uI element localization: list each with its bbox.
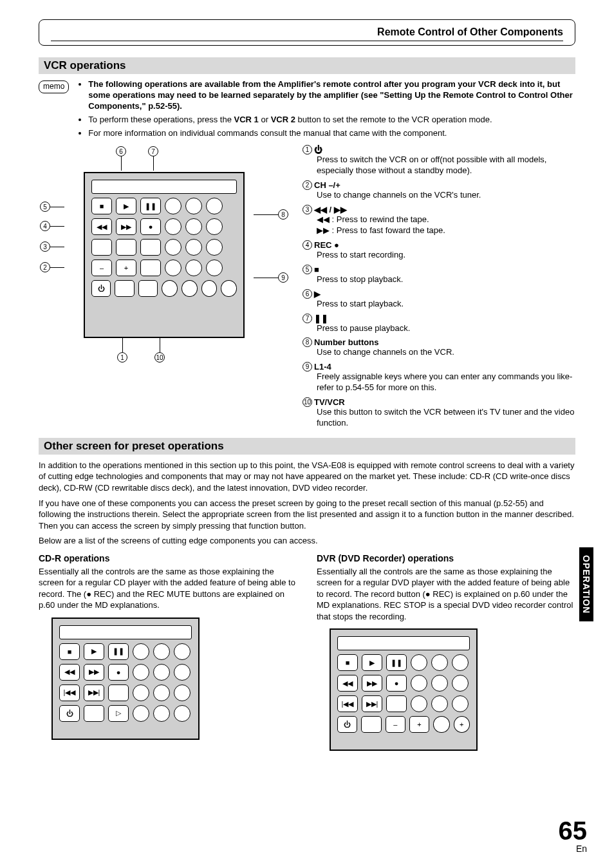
- round-button[interactable]: [452, 675, 469, 692]
- stop-button[interactable]: ■: [337, 654, 358, 671]
- next-track-button[interactable]: ▶▶|: [84, 684, 104, 701]
- round-button[interactable]: [452, 695, 469, 712]
- round-button[interactable]: [174, 643, 191, 660]
- callout-num: 5: [302, 265, 312, 274]
- callout-desc: Press to stop playback.: [317, 274, 575, 285]
- fast-forward-button[interactable]: ▶▶: [362, 675, 382, 692]
- callout-num: 4: [302, 240, 312, 250]
- callout-label: TV/VCR: [314, 397, 345, 407]
- plus-button[interactable]: +: [409, 716, 429, 733]
- round-button[interactable]: [133, 643, 149, 660]
- callout-label: ▶: [314, 289, 321, 299]
- round-button[interactable]: [174, 684, 191, 701]
- number-button[interactable]: [185, 198, 202, 214]
- l-button[interactable]: [162, 280, 178, 297]
- round-button[interactable]: [153, 664, 170, 681]
- play-button[interactable]: ▶: [362, 654, 382, 671]
- fast-forward-button[interactable]: ▶▶: [84, 664, 104, 681]
- round-button[interactable]: [411, 675, 427, 692]
- blank-button[interactable]: [84, 705, 104, 722]
- ch-plus-button[interactable]: +: [116, 259, 136, 276]
- callout-6: 6: [116, 146, 126, 156]
- number-button[interactable]: [165, 239, 181, 256]
- page-header-box: Remote Control of Other Components: [39, 19, 575, 46]
- round-button[interactable]: [133, 684, 149, 701]
- number-button[interactable]: [165, 259, 181, 276]
- pause-button[interactable]: ❚❚: [386, 654, 407, 671]
- number-button[interactable]: [206, 198, 223, 214]
- plus-round-button[interactable]: +: [454, 716, 470, 733]
- remote-display: [59, 625, 192, 639]
- right-arrow-button[interactable]: ▷: [108, 705, 129, 722]
- callout-desc: Press to pause playback.: [317, 323, 575, 334]
- l-button[interactable]: [201, 280, 218, 297]
- pause-button[interactable]: ❚❚: [108, 643, 129, 660]
- round-button[interactable]: [174, 705, 191, 722]
- number-button[interactable]: [165, 218, 181, 235]
- round-button[interactable]: [431, 675, 448, 692]
- round-button[interactable]: [133, 705, 149, 722]
- page-number-big: 65: [559, 818, 588, 844]
- record-button[interactable]: ●: [386, 675, 407, 692]
- record-button[interactable]: ●: [140, 218, 161, 235]
- blank-button[interactable]: [91, 239, 112, 256]
- bullet-item: The following operations are available f…: [88, 79, 575, 112]
- rewind-button[interactable]: ◀◀: [337, 675, 358, 692]
- play-button[interactable]: ▶: [116, 198, 136, 214]
- stop-button[interactable]: ■: [91, 198, 112, 214]
- round-button[interactable]: [153, 643, 170, 660]
- power-button[interactable]: ⏻: [337, 716, 357, 733]
- stop-button[interactable]: ■: [59, 643, 80, 660]
- power-button[interactable]: ⏻: [91, 280, 111, 297]
- number-button[interactable]: [185, 218, 202, 235]
- rewind-button[interactable]: ◀◀: [91, 218, 112, 235]
- dvr-column: DVR (DVD Recorder) operations Essentiall…: [317, 553, 575, 751]
- number-button[interactable]: [206, 218, 223, 235]
- round-button[interactable]: [411, 654, 427, 671]
- round-button[interactable]: [452, 654, 469, 671]
- callout-5: 5: [40, 202, 50, 212]
- text: or: [259, 115, 271, 124]
- round-button[interactable]: [133, 664, 149, 681]
- prev-track-button[interactable]: |◀◀: [59, 684, 80, 701]
- round-button[interactable]: [153, 684, 170, 701]
- blank-button[interactable]: [138, 280, 158, 297]
- round-button[interactable]: [431, 695, 448, 712]
- callout-num: 2: [302, 180, 312, 190]
- round-button[interactable]: [431, 654, 448, 671]
- text: button to set the remote to the VCR oper…: [295, 115, 492, 124]
- power-button[interactable]: ⏻: [59, 705, 80, 722]
- blank-button[interactable]: [108, 684, 129, 701]
- callout-label: Number buttons: [314, 337, 378, 347]
- callout-label: ■: [314, 265, 319, 274]
- callout-8: 8: [278, 209, 288, 220]
- rewind-button[interactable]: ◀◀: [59, 664, 80, 681]
- l-button[interactable]: [221, 280, 237, 297]
- number-button[interactable]: [206, 259, 223, 276]
- number-button[interactable]: [165, 198, 181, 214]
- number-button[interactable]: [185, 259, 202, 276]
- play-button[interactable]: ▶: [84, 643, 104, 660]
- number-button[interactable]: [206, 239, 223, 256]
- blank-button[interactable]: [140, 239, 161, 256]
- callout-desc: Press to start playback.: [317, 299, 575, 310]
- blank-button[interactable]: [116, 239, 136, 256]
- blank-button[interactable]: [140, 259, 161, 276]
- blank-button[interactable]: [361, 716, 381, 733]
- pause-button[interactable]: ❚❚: [140, 198, 161, 214]
- blank-button[interactable]: [386, 695, 407, 712]
- ch-minus-button[interactable]: –: [91, 259, 112, 276]
- prev-track-button[interactable]: |◀◀: [337, 695, 358, 712]
- fast-forward-button[interactable]: ▶▶: [116, 218, 136, 235]
- round-button[interactable]: [153, 705, 170, 722]
- next-track-button[interactable]: ▶▶|: [362, 695, 382, 712]
- record-button[interactable]: ●: [108, 664, 129, 681]
- number-button[interactable]: [185, 239, 202, 256]
- cdr-column: CD-R operations Essentially all the cont…: [39, 553, 297, 751]
- round-button[interactable]: [411, 695, 427, 712]
- l-button[interactable]: [181, 280, 198, 297]
- round-button[interactable]: [433, 716, 449, 733]
- minus-button[interactable]: –: [386, 716, 405, 733]
- tv-vcr-button[interactable]: [115, 280, 134, 297]
- round-button[interactable]: [174, 664, 191, 681]
